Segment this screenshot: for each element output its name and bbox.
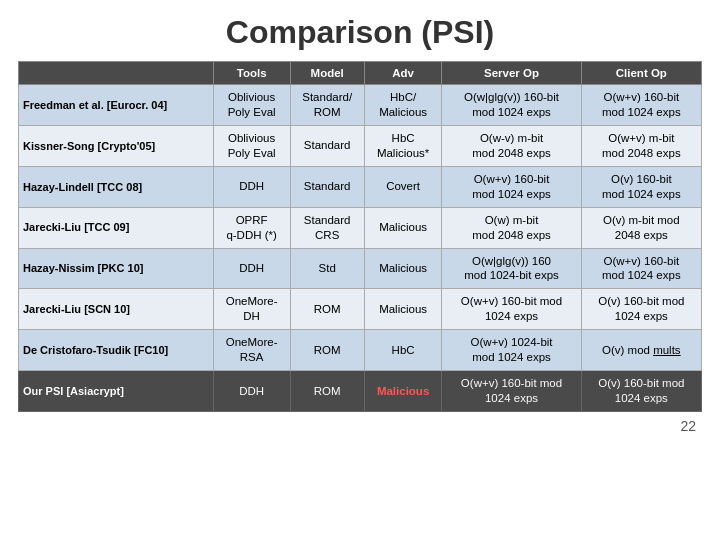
cell-client-op: O(v) m-bit mod2048 exps xyxy=(581,207,701,248)
cell-adv: HbCMalicious* xyxy=(364,125,442,166)
cell-tools: DDH xyxy=(213,371,290,412)
table-row: Jarecki-Liu [TCC 09]OPRFq-DDH (*)Standar… xyxy=(19,207,702,248)
cell-server-op: O(w) m-bitmod 2048 exps xyxy=(442,207,581,248)
cell-client-op: O(v) 160-bit mod1024 exps xyxy=(581,371,701,412)
cell-client-op: O(v) 160-bit mod1024 exps xyxy=(581,289,701,330)
cell-adv: Malicious xyxy=(364,371,442,412)
header-client-op: Client Op xyxy=(581,62,701,85)
cell-model: Standard xyxy=(290,166,364,207)
table-row: De Cristofaro-Tsudik [FC10]OneMore-RSARO… xyxy=(19,330,702,371)
cell-server-op: O(w+v) 160-bit mod1024 exps xyxy=(442,289,581,330)
cell-server-op: O(w+v) 160-bitmod 1024 exps xyxy=(442,166,581,207)
cell-tools: OPRFq-DDH (*) xyxy=(213,207,290,248)
header-model: Model xyxy=(290,62,364,85)
cell-adv: Malicious xyxy=(364,248,442,289)
comparison-table: Tools Model Adv Server Op Client Op Free… xyxy=(18,61,702,412)
page-title: Comparison (PSI) xyxy=(0,0,720,61)
header-ref xyxy=(19,62,214,85)
cell-tools: OneMore-RSA xyxy=(213,330,290,371)
table-row: Jarecki-Liu [SCN 10]OneMore-DHROMMalicio… xyxy=(19,289,702,330)
cell-ref: Kissner-Song [Crypto'05] xyxy=(19,125,214,166)
table-row: Kissner-Song [Crypto'05]ObliviousPoly Ev… xyxy=(19,125,702,166)
cell-ref: Jarecki-Liu [SCN 10] xyxy=(19,289,214,330)
cell-client-op: O(v) mod mults xyxy=(581,330,701,371)
cell-adv: Malicious xyxy=(364,289,442,330)
cell-tools: ObliviousPoly Eval xyxy=(213,125,290,166)
cell-client-op: O(w+v) 160-bitmod 1024 exps xyxy=(581,85,701,126)
cell-adv: Malicious xyxy=(364,207,442,248)
table-row: Hazay-Lindell [TCC 08]DDHStandardCovertO… xyxy=(19,166,702,207)
cell-ref: Hazay-Nissim [PKC 10] xyxy=(19,248,214,289)
cell-model: Standard xyxy=(290,125,364,166)
cell-ref: Our PSI [Asiacrypt] xyxy=(19,371,214,412)
cell-adv: HbC xyxy=(364,330,442,371)
cell-server-op: O(w-v) m-bitmod 2048 exps xyxy=(442,125,581,166)
cell-model: Standard/ROM xyxy=(290,85,364,126)
header-tools: Tools xyxy=(213,62,290,85)
cell-ref: Jarecki-Liu [TCC 09] xyxy=(19,207,214,248)
table-header-row: Tools Model Adv Server Op Client Op xyxy=(19,62,702,85)
cell-server-op: O(w|glg(v)) 160mod 1024-bit exps xyxy=(442,248,581,289)
cell-tools: DDH xyxy=(213,248,290,289)
cell-ref: Freedman et al. [Eurocr. 04] xyxy=(19,85,214,126)
cell-ref: De Cristofaro-Tsudik [FC10] xyxy=(19,330,214,371)
table-row: Our PSI [Asiacrypt]DDHROMMaliciousO(w+v)… xyxy=(19,371,702,412)
cell-client-op: O(w+v) m-bitmod 2048 exps xyxy=(581,125,701,166)
page-number: 22 xyxy=(0,412,720,434)
cell-model: ROM xyxy=(290,371,364,412)
table-wrapper: Tools Model Adv Server Op Client Op Free… xyxy=(0,61,720,412)
cell-model: ROM xyxy=(290,330,364,371)
cell-client-op: O(w+v) 160-bitmod 1024 exps xyxy=(581,248,701,289)
cell-model: ROM xyxy=(290,289,364,330)
cell-model: Std xyxy=(290,248,364,289)
header-adv: Adv xyxy=(364,62,442,85)
cell-server-op: O(w+v) 160-bit mod1024 exps xyxy=(442,371,581,412)
cell-client-op: O(v) 160-bitmod 1024 exps xyxy=(581,166,701,207)
cell-tools: ObliviousPoly Eval xyxy=(213,85,290,126)
cell-adv: Covert xyxy=(364,166,442,207)
cell-model: StandardCRS xyxy=(290,207,364,248)
cell-tools: DDH xyxy=(213,166,290,207)
cell-server-op: O(w|glg(v)) 160-bitmod 1024 exps xyxy=(442,85,581,126)
cell-ref: Hazay-Lindell [TCC 08] xyxy=(19,166,214,207)
header-server-op: Server Op xyxy=(442,62,581,85)
table-row: Hazay-Nissim [PKC 10]DDHStdMaliciousO(w|… xyxy=(19,248,702,289)
cell-tools: OneMore-DH xyxy=(213,289,290,330)
cell-adv: HbC/Malicious xyxy=(364,85,442,126)
table-row: Freedman et al. [Eurocr. 04]ObliviousPol… xyxy=(19,85,702,126)
cell-server-op: O(w+v) 1024-bitmod 1024 exps xyxy=(442,330,581,371)
